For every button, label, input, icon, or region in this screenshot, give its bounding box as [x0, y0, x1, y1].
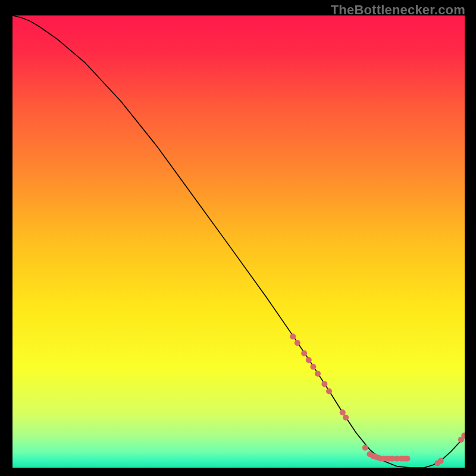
app-frame: TheBottlenecker.com — [0, 0, 476, 476]
scatter-point — [321, 381, 327, 387]
scatter-point — [310, 364, 316, 370]
scatter-point — [343, 415, 349, 421]
plot-area — [12, 15, 465, 468]
scatter-point — [306, 357, 312, 363]
scatter-point — [301, 350, 307, 356]
scatter-point — [362, 445, 368, 451]
scatter-point — [326, 389, 332, 394]
watermark-text: TheBottlenecker.com — [331, 2, 465, 18]
scatter-point — [438, 458, 444, 464]
scatter-point — [340, 409, 346, 415]
scatter-point — [315, 371, 321, 377]
scatter-point — [404, 456, 410, 462]
gradient-background — [12, 15, 465, 468]
scatter-point — [295, 340, 300, 346]
scatter-point — [290, 334, 296, 340]
plot-inner — [12, 15, 465, 468]
chart-svg — [12, 15, 465, 468]
